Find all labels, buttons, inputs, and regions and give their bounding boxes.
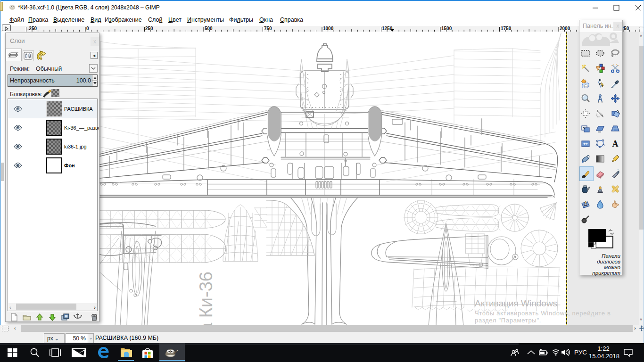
svg-text:Чтобы активировать Windows, пе: Чтобы активировать Windows, перейдите в [475, 310, 611, 317]
svg-text:раздел "Параметры".: раздел "Параметры". [475, 317, 541, 324]
svg-text:а Ки-36: а Ки-36 [196, 272, 216, 325]
svg-text:Активация Windows: Активация Windows [475, 298, 557, 308]
svg-text:A: A [612, 139, 619, 148]
